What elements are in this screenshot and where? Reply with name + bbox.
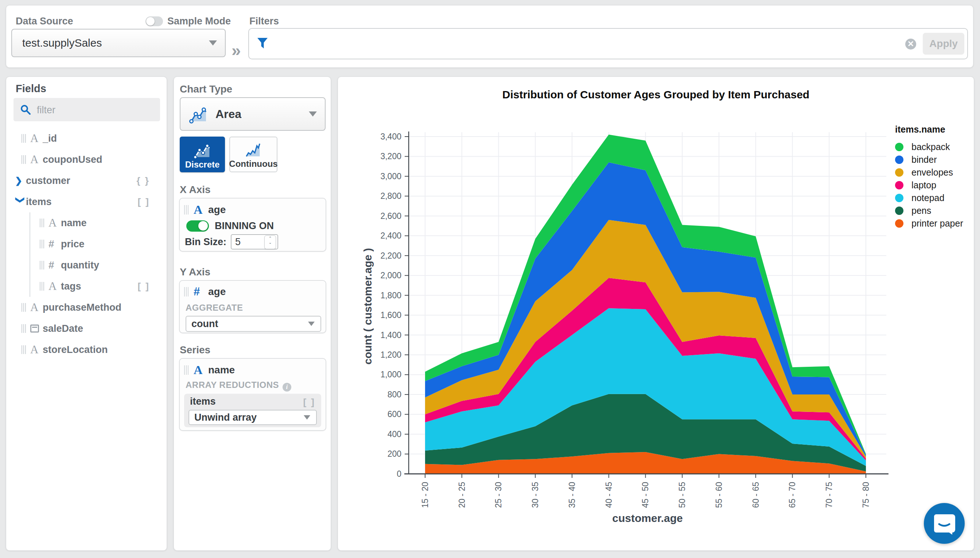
- field-row-items[interactable]: ❯ items [ ]: [6, 191, 166, 212]
- svg-text:1,600: 1,600: [380, 310, 402, 320]
- encoding-panel: Chart Type Area Discrete: [173, 77, 331, 551]
- legend: items.name backpackbinderenvelopeslaptop…: [895, 124, 963, 230]
- legend-item[interactable]: laptop: [895, 179, 963, 192]
- binning-toggle[interactable]: [186, 220, 209, 231]
- svg-text:count ( customer.age ): count ( customer.age ): [362, 248, 374, 364]
- svg-text:45 - 50: 45 - 50: [641, 482, 650, 508]
- legend-label: envelopes: [911, 167, 953, 178]
- number-type-icon: #: [194, 285, 208, 298]
- aggregate-value: count: [186, 318, 218, 330]
- x-axis-label: X Axis: [180, 184, 211, 195]
- svg-text:3,200: 3,200: [380, 151, 402, 161]
- field-row-tags[interactable]: A tags [ ]: [30, 276, 166, 297]
- chevron-down-icon[interactable]: ❯: [15, 196, 26, 207]
- discrete-button[interactable]: Discrete: [180, 136, 225, 172]
- drag-handle-icon: [21, 303, 26, 312]
- filters-input[interactable]: ✕ Apply: [248, 28, 968, 59]
- number-type-icon: #: [48, 259, 61, 271]
- svg-text:1,400: 1,400: [380, 330, 402, 340]
- fields-title: Fields: [16, 83, 46, 95]
- sample-mode-toggle[interactable]: [145, 16, 163, 26]
- svg-text:15 - 20: 15 - 20: [420, 482, 430, 508]
- string-type-icon: A: [194, 363, 208, 377]
- chat-bubble-button[interactable]: [924, 503, 965, 544]
- reduction-select[interactable]: Unwind array: [188, 410, 317, 425]
- chevron-down-icon: [308, 322, 315, 326]
- string-type-icon: A: [48, 280, 61, 293]
- field-row-purchasemethod[interactable]: A purchaseMethod: [6, 297, 166, 318]
- string-type-icon: A: [30, 132, 43, 145]
- collapse-panel-icon[interactable]: »: [232, 40, 241, 60]
- fields-panel: Fields A _id A couponUsed ❯ customer: [6, 77, 167, 551]
- svg-text:55 - 60: 55 - 60: [714, 482, 724, 508]
- x-axis-field[interactable]: A age: [184, 203, 226, 217]
- drag-handle-icon: [21, 345, 26, 354]
- toggle-knob: [146, 17, 155, 26]
- legend-item[interactable]: envelopes: [895, 166, 963, 179]
- chevron-right-icon[interactable]: ❯: [15, 176, 26, 186]
- info-icon[interactable]: i: [283, 383, 291, 392]
- field-row-customer[interactable]: ❯ customer { }: [6, 170, 166, 191]
- y-axis-field[interactable]: # age: [184, 285, 226, 298]
- charts-builder-app: Data Source Sample Mode Filters test.sup…: [0, 0, 980, 558]
- field-row-name[interactable]: A name: [30, 212, 166, 233]
- aggregate-select[interactable]: count: [186, 316, 321, 332]
- legend-dot: [895, 194, 903, 202]
- svg-text:75 - 80: 75 - 80: [861, 482, 871, 508]
- field-row-storelocation[interactable]: A storeLocation: [6, 339, 166, 360]
- data-source-label: Data Source: [16, 16, 73, 27]
- array-badge: [ ]: [303, 397, 315, 408]
- field-row-couponused[interactable]: A couponUsed: [6, 149, 166, 170]
- field-row-id[interactable]: A _id: [6, 128, 166, 149]
- legend-item[interactable]: backpack: [895, 141, 963, 153]
- aggregate-label: AGGREGATE: [186, 303, 243, 313]
- filters-label: Filters: [249, 16, 279, 27]
- clear-filters-icon[interactable]: ✕: [905, 39, 916, 49]
- legend-item[interactable]: pens: [895, 204, 963, 217]
- drag-handle-icon: [21, 155, 26, 164]
- series-card: A name ARRAY REDUCTIONSi items [ ] Unwin…: [179, 358, 326, 431]
- binning-label: BINNING ON: [215, 220, 274, 231]
- field-row-quantity[interactable]: # quantity: [30, 254, 166, 276]
- legend-item[interactable]: printer paper: [895, 217, 963, 230]
- legend-item[interactable]: binder: [895, 153, 963, 166]
- svg-text:35 - 40: 35 - 40: [567, 482, 577, 508]
- svg-text:1,000: 1,000: [380, 370, 402, 379]
- data-source-select[interactable]: test.supplySales: [11, 29, 226, 57]
- legend-dot: [895, 219, 903, 228]
- string-type-icon: A: [30, 343, 43, 356]
- svg-text:2,200: 2,200: [380, 251, 402, 261]
- date-type-icon: [30, 325, 39, 333]
- string-type-icon: A: [194, 203, 208, 217]
- svg-text:70 - 75: 70 - 75: [824, 482, 834, 508]
- svg-text:3,000: 3,000: [380, 172, 402, 181]
- continuous-button[interactable]: Continuous: [229, 136, 277, 172]
- svg-text:2,000: 2,000: [380, 271, 402, 280]
- svg-text:40 - 45: 40 - 45: [604, 482, 614, 508]
- chart-panel: Distribution of Customer Ages Grouped by…: [338, 77, 974, 551]
- stepper-icon[interactable]: ˆˇ: [264, 235, 276, 249]
- legend-label: binder: [911, 154, 937, 165]
- svg-text:800: 800: [387, 390, 402, 399]
- field-row-saledate[interactable]: saleDate: [6, 318, 166, 339]
- legend-dot: [895, 143, 903, 151]
- apply-button[interactable]: Apply: [923, 33, 964, 55]
- drag-handle-icon: [40, 218, 44, 227]
- svg-text:customer.age: customer.age: [612, 512, 682, 524]
- legend-label: notepad: [911, 193, 944, 203]
- discrete-label: Discrete: [185, 159, 220, 170]
- toggle-knob: [198, 221, 208, 231]
- svg-text:200: 200: [387, 449, 402, 459]
- data-source-value: test.supplySales: [12, 37, 102, 49]
- chart-type-select[interactable]: Area: [180, 97, 326, 131]
- field-row-price[interactable]: # price: [30, 233, 166, 254]
- sample-mode-label: Sample Mode: [167, 16, 231, 27]
- y-axis-label: Y Axis: [180, 266, 210, 278]
- svg-text:20 - 25: 20 - 25: [457, 482, 467, 508]
- svg-text:2,600: 2,600: [380, 211, 402, 221]
- array-reductions-label: ARRAY REDUCTIONSi: [186, 380, 291, 392]
- series-field[interactable]: A name: [184, 363, 235, 377]
- chevron-down-icon: [209, 40, 217, 46]
- legend-item[interactable]: notepad: [895, 192, 963, 204]
- field-filter-input[interactable]: [36, 98, 158, 122]
